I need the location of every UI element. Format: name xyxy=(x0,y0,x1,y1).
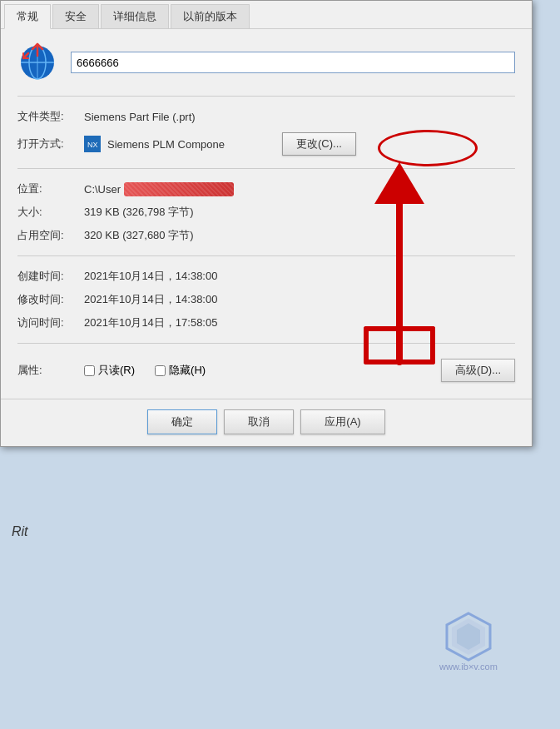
accessed-label: 访问时间: xyxy=(17,315,84,330)
file-icon xyxy=(17,42,57,82)
divider-4 xyxy=(17,343,515,344)
app-name: Siemens PLM Compone xyxy=(107,138,274,151)
location-suffix xyxy=(237,183,270,196)
divider-2 xyxy=(17,168,515,169)
apply-button[interactable]: 应用(A) xyxy=(300,409,384,434)
bottom-buttons: 确定 取消 应用(A) xyxy=(1,399,532,446)
occupied-label: 占用空间: xyxy=(17,228,84,243)
accessed-value: 2021年10月14日，17:58:05 xyxy=(84,315,515,330)
divider-3 xyxy=(17,255,515,256)
location-prefix: C:\User xyxy=(84,183,121,196)
modified-value: 2021年10月14日，14:38:00 xyxy=(84,292,515,307)
location-value: C:\User xyxy=(84,182,515,196)
occupied-value: 320 KB (327,680 字节) xyxy=(84,228,515,243)
modified-label: 修改时间: xyxy=(17,292,84,307)
tab-bar: 常规 安全 详细信息 以前的版本 xyxy=(1,1,532,29)
top-section xyxy=(17,42,515,82)
readonly-checkbox-item[interactable]: 只读(R) xyxy=(84,363,135,378)
confirm-button[interactable]: 确定 xyxy=(147,409,217,434)
accessed-row: 访问时间: 2021年10月14日，17:58:05 xyxy=(17,311,515,335)
hidden-label: 隐藏(H) xyxy=(169,363,206,378)
created-value: 2021年10月14日，14:38:00 xyxy=(84,269,515,284)
open-with-row: 打开方式: NX Siemens PLM Compone 更改(C)... xyxy=(17,128,515,160)
properties-dialog: 常规 安全 详细信息 以前的版本 xyxy=(0,0,533,447)
svg-text:NX: NX xyxy=(87,141,98,149)
size-label: 大小: xyxy=(17,205,84,220)
open-with-content: NX Siemens PLM Compone 更改(C)... xyxy=(84,132,515,156)
hidden-checkbox[interactable] xyxy=(155,365,166,376)
location-redacted xyxy=(124,182,234,196)
watermark: www.ib×v.com xyxy=(394,604,543,679)
change-button[interactable]: 更改(C)... xyxy=(282,132,356,156)
attributes-content: 只读(R) 隐藏(H) 高级(D)... xyxy=(84,359,515,382)
rit-annotation: Rit xyxy=(12,524,28,539)
content-area: 文件类型: Siemens Part File (.prt) 打开方式: NX … xyxy=(1,29,532,399)
watermark-text: www.ib×v.com xyxy=(439,662,498,672)
attributes-label: 属性: xyxy=(17,363,84,378)
size-row: 大小: 319 KB (326,798 字节) xyxy=(17,201,515,224)
filename-input[interactable] xyxy=(71,52,515,73)
occupied-row: 占用空间: 320 KB (327,680 字节) xyxy=(17,224,515,247)
open-with-label: 打开方式: xyxy=(17,136,84,151)
readonly-checkbox[interactable] xyxy=(84,365,95,376)
attributes-row: 属性: 只读(R) 隐藏(H) 高级(D)... xyxy=(17,352,515,389)
file-type-row: 文件类型: Siemens Part File (.prt) xyxy=(17,105,515,128)
tab-previous-versions[interactable]: 以前的版本 xyxy=(171,4,250,28)
tab-general[interactable]: 常规 xyxy=(4,4,51,29)
location-label: 位置: xyxy=(17,181,84,196)
size-value: 319 KB (326,798 字节) xyxy=(84,205,515,220)
created-label: 创建时间: xyxy=(17,269,84,284)
advanced-button[interactable]: 高级(D)... xyxy=(441,359,515,382)
file-type-label: 文件类型: xyxy=(17,109,84,124)
tab-security[interactable]: 安全 xyxy=(52,4,99,28)
modified-row: 修改时间: 2021年10月14日，14:38:00 xyxy=(17,288,515,311)
app-icon: NX xyxy=(84,136,101,152)
tab-details[interactable]: 详细信息 xyxy=(101,4,169,28)
divider-1 xyxy=(17,96,515,97)
readonly-label: 只读(R) xyxy=(98,363,135,378)
location-row: 位置: C:\User xyxy=(17,177,515,201)
cancel-button[interactable]: 取消 xyxy=(224,409,294,434)
hidden-checkbox-item[interactable]: 隐藏(H) xyxy=(155,363,206,378)
file-type-value: Siemens Part File (.prt) xyxy=(84,111,515,123)
created-row: 创建时间: 2021年10月14日，14:38:00 xyxy=(17,265,515,288)
